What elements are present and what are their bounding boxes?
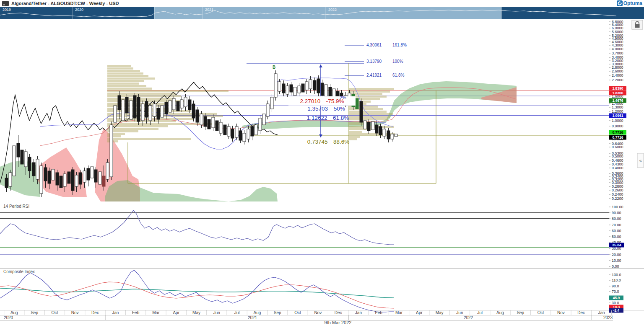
svg-text:20.00: 20.00 (612, 253, 621, 257)
svg-text:1.12622 61.8%: 1.12622 61.8% (307, 115, 349, 121)
svg-text:2021: 2021 (248, 315, 257, 320)
rsi-panel-title: 14 Period RSI (3, 204, 29, 209)
svg-text:Aug: Aug (496, 310, 504, 315)
svg-text:1.2000: 1.2000 (612, 109, 623, 114)
svg-text:130.0: 130.0 (612, 273, 621, 277)
svg-text:Jun: Jun (456, 310, 463, 315)
svg-text:Jan: Jan (355, 310, 362, 315)
svg-text:Sep: Sep (274, 310, 281, 315)
svg-text:0.7716: 0.7716 (613, 130, 623, 134)
svg-text:1.8306: 1.8306 (613, 91, 623, 95)
svg-text:Jan: Jan (112, 310, 119, 315)
svg-text:2020: 2020 (75, 8, 83, 12)
svg-text:«: « (639, 158, 641, 163)
svg-text:0.6000: 0.6000 (612, 145, 623, 149)
svg-text:100.00: 100.00 (612, 205, 623, 209)
svg-text:0.5000: 0.5000 (612, 154, 623, 158)
svg-text:60.00: 60.00 (612, 229, 621, 233)
brand-text: Optuma (623, 0, 642, 6)
svg-text:1.0961: 1.0961 (613, 114, 623, 118)
svg-text:0.2400: 0.2400 (612, 192, 623, 196)
svg-text:Jan: Jan (598, 310, 605, 315)
collapse-panel-button[interactable]: « (637, 153, 644, 168)
svg-text:80.00: 80.00 (612, 217, 621, 221)
svg-text:90.00: 90.00 (612, 211, 621, 215)
svg-text:-2.4: -2.4 (613, 308, 620, 313)
svg-text:Aug: Aug (254, 310, 261, 315)
rsi-panel: 100.0090.0080.0070.0060.0050.0040.0030.0… (0, 205, 624, 269)
svg-text:2022: 2022 (464, 315, 473, 320)
panel-separators (0, 203, 644, 310)
svg-text:Feb: Feb (132, 310, 140, 315)
svg-text:35.84: 35.84 (612, 243, 621, 247)
optuma-brand: Optuma (617, 0, 642, 6)
svg-text:Sep: Sep (517, 310, 524, 315)
svg-text:Dec: Dec (577, 310, 585, 315)
svg-text:0.00: 0.00 (612, 264, 619, 269)
svg-text:Aug: Aug (10, 310, 18, 315)
buy-signal-marker: B (273, 65, 275, 70)
svg-text:Oct: Oct (52, 310, 58, 315)
fibonacci-retracement-labels: 2.27010 -75.9%1.35703 50%1.12622 61.8%0.… (288, 95, 356, 145)
svg-text:100%: 100% (392, 59, 403, 64)
svg-text:Jul: Jul (477, 310, 483, 315)
svg-text:2.41921: 2.41921 (366, 73, 382, 77)
svg-text:Nov: Nov (557, 310, 565, 315)
svg-text:2.4000: 2.4000 (612, 73, 623, 77)
svg-text:Sep: Sep (31, 310, 38, 315)
svg-text:Mar: Mar (152, 310, 160, 315)
svg-text:90.0: 90.0 (612, 284, 619, 288)
chart-canvas[interactable]: 20192020202120224.30061161.8%3.13790100%… (0, 0, 644, 328)
window-title-bar: Algorand/Tether - ALGOUSDT:CW - Weekly -… (0, 0, 644, 7)
svg-text:May: May (436, 310, 444, 315)
svg-text:Mar: Mar (395, 310, 403, 315)
svg-text:4.0000: 4.0000 (612, 47, 623, 51)
svg-text:Dec: Dec (335, 310, 342, 315)
svg-text:Oct: Oct (294, 310, 301, 315)
svg-text:2%: 2% (340, 95, 346, 100)
svg-text:110.0: 110.0 (612, 278, 621, 282)
svg-text:70.00: 70.00 (612, 223, 621, 227)
cursor-date-label: 9th Mar 2022 (304, 320, 371, 325)
svg-text:2023: 2023 (603, 315, 613, 320)
svg-text:2.6000: 2.6000 (612, 69, 623, 73)
svg-text:Nov: Nov (314, 310, 322, 315)
svg-text:2021: 2021 (205, 8, 213, 12)
svg-text:3.13790: 3.13790 (366, 59, 382, 64)
svg-text:50.00: 50.00 (612, 235, 621, 239)
svg-text:2.27010 -75.9%: 2.27010 -75.9% (300, 98, 344, 104)
svg-text:4.30061: 4.30061 (366, 43, 382, 47)
svg-text:1.4676: 1.4676 (613, 98, 623, 103)
svg-text:10.00: 10.00 (612, 258, 621, 263)
svg-text:Dec: Dec (91, 310, 99, 315)
window-title: Algorand/Tether - ALGOUSDT:CW - Weekly -… (11, 1, 119, 6)
svg-text:45.9: 45.9 (613, 296, 620, 300)
svg-text:Feb: Feb (375, 310, 383, 315)
svg-text:2020: 2020 (4, 315, 13, 320)
svg-text:May: May (192, 310, 200, 315)
svg-text:B: B (273, 65, 275, 70)
svg-text:161.8%: 161.8% (392, 43, 407, 47)
candlesticks (5, 70, 397, 197)
axis-lock-button[interactable] (632, 20, 643, 29)
svg-text:0.2200: 0.2200 (612, 196, 623, 201)
svg-text:Apr: Apr (173, 310, 179, 315)
svg-text:61.8%: 61.8% (392, 73, 404, 77)
date-axis: JulAugSepOctNovDecJanFebMarAprMayJunJulA… (0, 310, 626, 320)
svg-text:2022: 2022 (328, 8, 337, 12)
svg-text:30.0: 30.0 (612, 301, 619, 305)
svg-text:0.2600: 0.2600 (612, 188, 623, 192)
svg-text:1.0000: 1.0000 (612, 119, 623, 123)
range-navigator[interactable]: 2019202020212022 (0, 7, 644, 19)
svg-text:2.2000: 2.2000 (612, 78, 623, 82)
svg-text:Jul: Jul (234, 310, 240, 315)
svg-text:Nov: Nov (71, 310, 79, 315)
svg-text:1.3000: 1.3000 (612, 105, 623, 109)
svg-text:1.35703 50%: 1.35703 50% (307, 106, 345, 112)
instrument-icon (2, 1, 9, 6)
optuma-charting-app: { "window": { "title": "Algorand/Tether … (0, 0, 644, 328)
svg-text:70.0: 70.0 (612, 289, 619, 294)
svg-text:Apr: Apr (416, 310, 423, 315)
svg-text:0.4000: 0.4000 (612, 166, 623, 170)
svg-text:0.7716: 0.7716 (613, 135, 623, 139)
